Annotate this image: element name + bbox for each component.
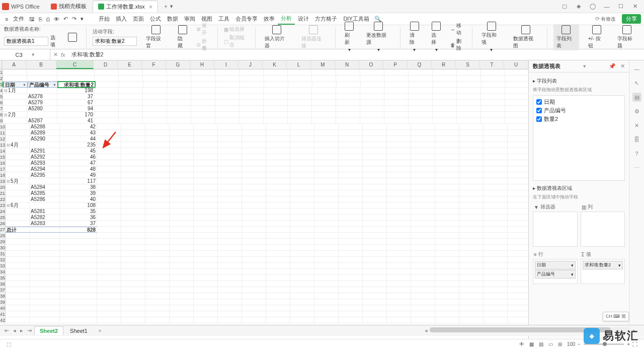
file-menu[interactable]: 文件 (10, 14, 27, 25)
zoom-value[interactable]: 100 (565, 341, 578, 347)
pivot-pane-icon[interactable]: ▤ (632, 93, 641, 102)
move-button[interactable]: ↔移动 (450, 22, 466, 36)
menu-member[interactable]: 会员专享 (232, 14, 261, 25)
values-area[interactable]: 求和项:数量2▾ (581, 259, 625, 284)
col-header[interactable]: P (383, 60, 408, 69)
minimize-button[interactable]: — (600, 2, 614, 12)
field-checkbox[interactable] (536, 99, 542, 105)
spreadsheet[interactable]: A B C D E F G H I J K L M N O P Q R S T … (0, 60, 528, 342)
menu-insert[interactable]: 插入 (113, 14, 130, 25)
formula-input[interactable]: 求和项:数量2 (68, 51, 644, 58)
help-icon[interactable]: ? (632, 149, 641, 158)
pin-icon[interactable]: 📌 (609, 63, 616, 69)
col-header[interactable]: G (166, 60, 190, 69)
insert-slicer-button[interactable]: 插入切片器 (262, 24, 292, 50)
change-source-button[interactable]: 更改数据源▾ (363, 21, 394, 53)
save-icon[interactable]: 🖫 (27, 14, 37, 25)
tab-workbook[interactable]: 工作簿数量.xlsx × (93, 1, 158, 13)
window-cube-icon[interactable]: ◈ (572, 2, 586, 12)
cancel-fx-icon[interactable]: ✕ (53, 51, 58, 58)
menu-data[interactable]: 数据 (164, 14, 181, 25)
sheet-nav-next[interactable]: ▸ (19, 327, 25, 334)
menu-review[interactable]: 审阅 (181, 14, 198, 25)
field-list[interactable]: 日期 产品编号 数量2 (533, 95, 625, 181)
delete-button[interactable]: 🗑删除 (450, 38, 466, 52)
col-header[interactable]: U (504, 60, 528, 69)
pivot-name-input[interactable] (4, 37, 48, 46)
sheet-nav-last[interactable]: ⇥ (26, 327, 33, 334)
view-custom-icon[interactable]: ⊞ (555, 341, 565, 347)
col-header[interactable]: H (190, 60, 214, 69)
user-avatar-icon[interactable]: ◯ (586, 2, 600, 12)
filters-area[interactable] (533, 212, 578, 247)
collapse-pane-icon[interactable]: — (632, 64, 641, 74)
adjust-icon[interactable]: ✕ (632, 121, 641, 130)
zoom-out-button[interactable]: − (578, 341, 581, 347)
refresh-button[interactable]: 刷新▾ (342, 21, 358, 53)
field-headers-button[interactable]: 字段标题 (614, 24, 640, 50)
options-button[interactable]: 选项 (50, 34, 59, 48)
col-header[interactable]: L (287, 60, 311, 69)
record-icon[interactable]: ⬚ (4, 341, 14, 347)
field-checkbox[interactable] (536, 116, 542, 122)
col-header[interactable]: B (26, 60, 56, 69)
window-hub-icon[interactable]: ▢ (557, 2, 572, 12)
options-icon-button[interactable] (65, 32, 80, 43)
view-page-icon[interactable]: ▤ (536, 341, 546, 347)
close-tab-icon[interactable]: × (149, 3, 153, 11)
col-header[interactable]: T (480, 60, 504, 69)
property-icon[interactable]: ⚙ (632, 107, 641, 116)
view-reading-icon[interactable]: ▭ (546, 341, 555, 347)
select-button[interactable]: 选择▾ (428, 21, 444, 53)
hide-button[interactable]: 隐藏 (175, 24, 191, 50)
col-header[interactable]: F (142, 60, 166, 69)
fx-icon[interactable]: fx (61, 52, 65, 58)
group-select-button[interactable]: ▦组选择 (224, 26, 245, 33)
col-header[interactable]: R (432, 60, 456, 69)
undo-icon[interactable]: ↶ (61, 14, 70, 25)
columns-area[interactable] (581, 212, 625, 247)
rows-area[interactable]: 日期▾ 产品编号▾ (533, 259, 578, 284)
name-box[interactable]: C3 ▾ (0, 49, 50, 60)
pivot-chart-button[interactable]: 数据透视图 (510, 24, 541, 50)
col-header[interactable]: S (456, 60, 480, 69)
menu-page[interactable]: 页面 (130, 14, 147, 25)
filter-connection-button[interactable]: 筛选器连接 (298, 24, 329, 50)
export-icon[interactable]: ⎘ (37, 14, 44, 25)
menu-efficiency[interactable]: 效率 (261, 14, 278, 25)
field-list-button[interactable]: 字段列表 (553, 24, 579, 50)
sheet-tab[interactable]: Sheet1 (64, 326, 93, 335)
eye-icon[interactable]: 👁 (517, 341, 527, 347)
active-field-input[interactable] (93, 37, 137, 46)
row-field-chip[interactable]: 产品编号▾ (535, 270, 576, 278)
field-checkbox[interactable] (536, 108, 542, 113)
ungroup-button[interactable]: ▢取消组合 (224, 34, 249, 48)
field-item[interactable]: 数量2 (535, 115, 622, 123)
more-icon[interactable]: ⋯ (632, 163, 641, 172)
menu-design[interactable]: 设计 (295, 14, 312, 25)
collapse-button[interactable]: ⊟折叠 (197, 38, 211, 52)
col-header[interactable]: J (238, 60, 263, 69)
field-item[interactable]: 产品编号 (535, 106, 622, 115)
clear-button[interactable]: 清除▾ (407, 21, 423, 53)
close-pane-icon[interactable]: ✕ (620, 63, 625, 69)
select-tool-icon[interactable]: ↖ (632, 79, 641, 88)
menu-analyze[interactable]: 分析 (278, 14, 295, 25)
backup-icon[interactable]: 🗄 (632, 135, 641, 144)
dropdown-icon[interactable]: ▾ (78, 14, 86, 25)
sheet-tab[interactable]: Sheet2 (34, 326, 63, 335)
sheet-nav-prev[interactable]: ◂ (12, 327, 18, 334)
col-header[interactable]: C (56, 60, 94, 69)
add-tab-button[interactable]: ＋ ▾ (159, 3, 177, 10)
field-item[interactable]: 日期 (535, 98, 622, 106)
menu-start[interactable]: 开始 (96, 14, 113, 25)
col-header[interactable]: Q (408, 60, 432, 69)
row-field-chip[interactable]: 日期▾ (535, 261, 576, 269)
col-header[interactable]: E (118, 60, 142, 69)
tab-template[interactable]: 找稻壳模板 (46, 1, 92, 13)
col-header[interactable]: M (311, 60, 335, 69)
col-header[interactable]: N (335, 60, 359, 69)
close-window-button[interactable]: ✕ (628, 2, 642, 12)
menu-ffgz[interactable]: 方方格子 (312, 14, 340, 25)
fields-items-button[interactable]: 字段和项▾ (478, 21, 504, 53)
